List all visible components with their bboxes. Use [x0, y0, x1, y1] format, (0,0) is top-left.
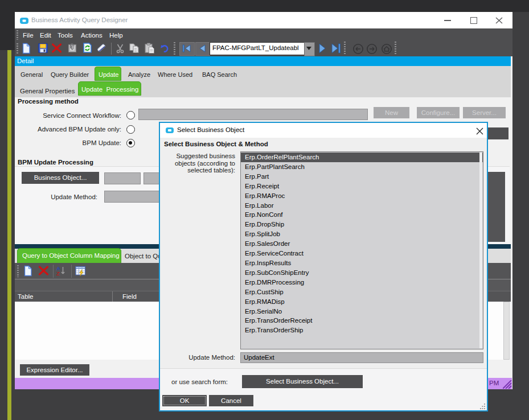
svg-text:Z: Z [56, 270, 60, 277]
